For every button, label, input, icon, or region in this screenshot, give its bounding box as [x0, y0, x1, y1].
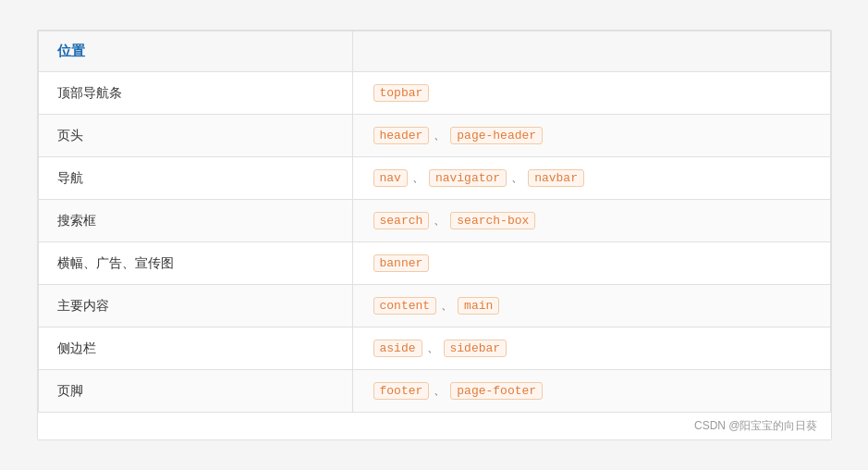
row-tags: topbar: [352, 72, 830, 115]
separator: 、: [511, 170, 523, 184]
main-container: 位置 顶部导航条topbar页头header、page-header导航nav、…: [37, 30, 832, 440]
separator: 、: [427, 340, 439, 354]
tag: page-header: [450, 127, 543, 144]
table-row: 顶部导航条topbar: [38, 72, 830, 115]
tag: page-footer: [450, 382, 543, 400]
tag: nav: [373, 169, 408, 187]
separator: 、: [434, 213, 446, 227]
row-label: 搜索框: [38, 200, 352, 242]
watermark: CSDN @阳宝宝的向日葵: [38, 413, 831, 439]
tag: main: [458, 297, 499, 315]
row-label: 页脚: [38, 370, 352, 413]
row-label: 导航: [38, 157, 352, 200]
row-label: 页头: [38, 115, 352, 157]
separator: 、: [412, 170, 424, 184]
row-tags: header、page-header: [352, 115, 830, 157]
row-label: 主要内容: [38, 285, 352, 328]
row-label: 侧边栏: [38, 328, 352, 370]
row-tags: nav、navigator、navbar: [352, 157, 830, 200]
table-row: 侧边栏aside、sidebar: [38, 328, 830, 370]
row-tags: footer、page-footer: [352, 370, 830, 413]
tag: search-box: [450, 212, 535, 229]
table-row: 页脚footer、page-footer: [38, 370, 830, 413]
table-row: 搜索框search、search-box: [38, 200, 830, 242]
tag: header: [373, 127, 430, 144]
tag: search: [373, 212, 430, 229]
tag: sidebar: [444, 340, 507, 357]
table-row: 主要内容content、main: [38, 285, 830, 328]
tag: content: [373, 297, 437, 315]
row-tags: content、main: [352, 285, 830, 328]
row-label: 顶部导航条: [38, 72, 352, 115]
tag: navbar: [528, 169, 584, 187]
location-table: 位置 顶部导航条topbar页头header、page-header导航nav、…: [38, 31, 831, 413]
row-tags: search、search-box: [352, 200, 830, 242]
col-header-value: [352, 31, 830, 72]
row-tags: aside、sidebar: [352, 328, 830, 370]
tag: banner: [373, 254, 430, 272]
row-tags: banner: [352, 242, 830, 285]
separator: 、: [434, 128, 446, 142]
separator: 、: [441, 298, 453, 312]
row-label: 横幅、广告、宣传图: [38, 242, 352, 285]
table-row: 页头header、page-header: [38, 115, 830, 157]
tag: footer: [373, 382, 430, 400]
col-header-position: 位置: [38, 31, 352, 72]
table-row: 横幅、广告、宣传图banner: [38, 242, 830, 285]
tag: aside: [373, 340, 422, 357]
table-row: 导航nav、navigator、navbar: [38, 157, 830, 200]
table-header-row: 位置: [38, 31, 830, 72]
tag: topbar: [373, 84, 430, 102]
tag: navigator: [429, 169, 507, 187]
separator: 、: [434, 383, 446, 397]
